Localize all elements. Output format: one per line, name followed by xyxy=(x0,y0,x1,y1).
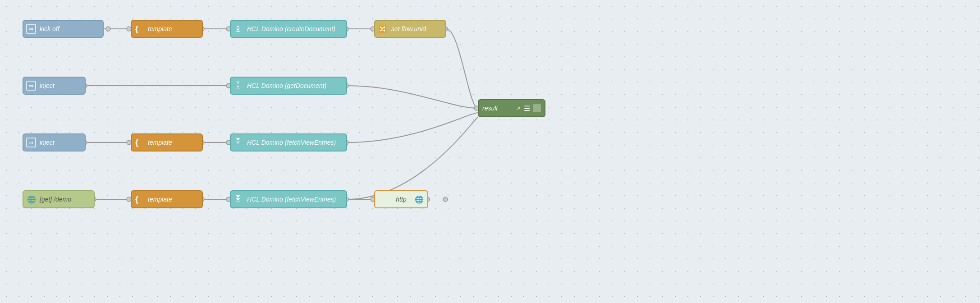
kickoff-node[interactable]: ⇒ kick off xyxy=(23,20,104,38)
inject2-icon: ⇒ xyxy=(26,138,36,147)
setflow-label: set flow.unid xyxy=(391,25,426,32)
result-menu-icon[interactable]: ☰ xyxy=(524,104,530,113)
brace3-icon: { xyxy=(135,138,138,147)
domino4-node[interactable]: 🗄 HCL Domino (fetchViewEntries) xyxy=(230,190,347,208)
inject2-label: inject xyxy=(40,139,55,146)
domino4-label: HCL Domino (fetchViewEntries) xyxy=(247,196,336,203)
brace-icon: { xyxy=(135,24,138,34)
template4-label: template xyxy=(148,196,172,203)
inject2-arrow-icon: ⇒ xyxy=(28,139,34,146)
getdemo-node[interactable]: 🌐 [get] /demo xyxy=(23,190,95,208)
http-globe-icon: 🌐 xyxy=(415,195,424,204)
setflow-node[interactable]: 🔀 set flow.unid xyxy=(374,20,446,38)
domino1-label: HCL Domino (createDocument) xyxy=(247,25,335,32)
brace4-icon: { xyxy=(135,195,138,204)
template3-label: template xyxy=(148,139,172,146)
inject1-label: inject xyxy=(40,82,55,89)
template1-node[interactable]: { template xyxy=(131,20,203,38)
result-label: result xyxy=(482,105,513,112)
database4-icon: 🗄 xyxy=(234,195,242,203)
getdemo-label: [get] /demo xyxy=(40,196,71,203)
database-icon: 🗄 xyxy=(234,25,242,33)
flow-connections xyxy=(0,0,980,303)
inject1-node[interactable]: ⇒ inject xyxy=(23,77,86,95)
domino2-node[interactable]: 🗄 HCL Domino (getDocument) xyxy=(230,77,347,95)
http-label: http xyxy=(396,196,406,203)
template4-node[interactable]: { template xyxy=(131,190,203,208)
inject1-icon: ⇒ xyxy=(26,81,36,91)
result-arrow-icon: ↗ xyxy=(516,106,520,111)
svg-point-0 xyxy=(106,27,110,31)
inject-arrow-icon: ⇒ xyxy=(28,82,34,89)
domino3-node[interactable]: 🗄 HCL Domino (fetchViewEntries) xyxy=(230,133,347,152)
shuffle-icon: 🔀 xyxy=(379,25,386,32)
kickoff-icon: ⇒ xyxy=(26,24,36,34)
domino2-label: HCL Domino (getDocument) xyxy=(247,82,326,89)
svg-point-21 xyxy=(443,197,448,202)
kickoff-label: kick off xyxy=(40,25,60,32)
http-node[interactable]: http 🌐 xyxy=(374,190,428,208)
domino3-label: HCL Domino (fetchViewEntries) xyxy=(247,139,336,146)
result-square-icon xyxy=(533,104,541,112)
inject2-node[interactable]: ⇒ inject xyxy=(23,133,86,152)
globe-icon: 🌐 xyxy=(27,195,36,204)
template3-node[interactable]: { template xyxy=(131,133,203,152)
template1-label: template xyxy=(148,25,172,32)
database2-icon: 🗄 xyxy=(234,82,242,90)
arrow-right-icon: ⇒ xyxy=(28,25,34,32)
domino1-node[interactable]: 🗄 HCL Domino (createDocument) xyxy=(230,20,347,38)
result-node[interactable]: result ↗ ☰ xyxy=(478,99,545,117)
database3-icon: 🗄 xyxy=(234,138,242,147)
